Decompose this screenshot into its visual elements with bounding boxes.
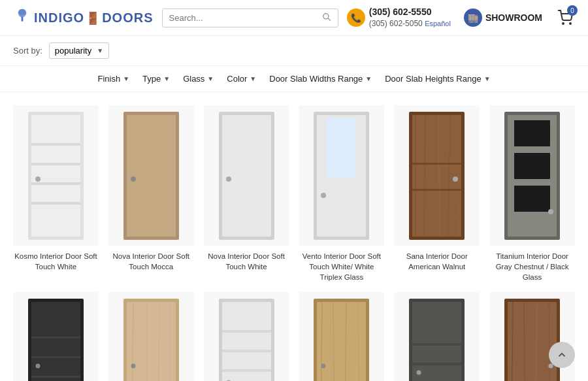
- product-name: Vento Interior Door Soft Touch White/ Wh…: [299, 251, 384, 282]
- filter-color-label: Color: [227, 74, 247, 84]
- door-image: [120, 297, 182, 381]
- phone-secondary: (305) 602-5050 Español: [369, 18, 451, 29]
- sort-chevron-icon: ▼: [97, 47, 103, 54]
- svg-rect-67: [412, 302, 461, 381]
- product-card[interactable]: Kosmo Interior Door Soft Touch White: [13, 105, 99, 282]
- header-right: 📞 (305) 602-5550 (305) 602-5050 Español …: [347, 6, 575, 29]
- svg-rect-9: [31, 143, 80, 146]
- product-card[interactable]: Vento Interior Door Soft Touch White/ Wh…: [299, 105, 384, 282]
- search-bar[interactable]: [162, 8, 338, 27]
- svg-rect-56: [222, 350, 271, 352]
- product-card[interactable]: [108, 292, 194, 381]
- phone-main[interactable]: (305) 602-5550: [369, 6, 451, 19]
- svg-rect-69: [412, 363, 461, 365]
- door-image: [501, 297, 563, 381]
- logo-indigo: INDIGO: [34, 10, 84, 25]
- showroom-label: SHOWROOM: [485, 12, 542, 23]
- door-image: [406, 110, 468, 241]
- product-card[interactable]: Titanium Interior Door Gray Chestnut / B…: [489, 105, 575, 282]
- filter-color-chevron: ▼: [250, 75, 256, 82]
- svg-rect-41: [31, 302, 80, 381]
- product-image-wrap: [204, 105, 289, 246]
- product-image-wrap: [489, 105, 575, 246]
- product-card[interactable]: Nova Interior Door Soft Touch Mocca: [108, 105, 194, 282]
- cart-icon[interactable]: 0: [555, 8, 575, 27]
- sort-value: popularity: [55, 46, 91, 56]
- filter-heights[interactable]: Door Slab Heights Range ▼: [385, 74, 490, 84]
- product-card[interactable]: [394, 292, 480, 381]
- filter-type-label: Type: [142, 74, 161, 84]
- logo[interactable]: INDIGO🚪DOORS: [13, 8, 153, 27]
- product-name: Nova Interior Door Soft Touch White: [204, 251, 289, 272]
- phone-secondary-number[interactable]: (305) 602-5050: [369, 19, 423, 28]
- door-image: [25, 297, 87, 381]
- svg-point-52: [131, 363, 135, 368]
- door-image: [310, 297, 372, 381]
- header: INDIGO🚪DOORS 📞 (305) 602-5550 (305) 602-…: [0, 0, 588, 36]
- filter-finish[interactable]: Finish ▼: [97, 74, 129, 84]
- product-image-wrap: [13, 105, 99, 246]
- product-name: Titanium Interior Door Gray Chestnut / B…: [489, 251, 575, 282]
- svg-rect-36: [514, 120, 550, 146]
- product-card[interactable]: [13, 292, 99, 381]
- phone-espanol[interactable]: Español: [425, 20, 451, 27]
- product-name: Kosmo Interior Door Soft Touch White: [13, 251, 99, 272]
- filter-color[interactable]: Color ▼: [227, 74, 256, 84]
- svg-point-2: [18, 9, 25, 16]
- door-image: [501, 110, 563, 241]
- filter-finish-chevron: ▼: [123, 75, 129, 82]
- phone-numbers: (305) 602-5550 (305) 602-5050 Español: [369, 6, 451, 29]
- product-image-wrap: [299, 105, 384, 246]
- svg-point-45: [35, 363, 40, 368]
- filter-glass-chevron: ▼: [207, 75, 214, 82]
- product-card[interactable]: [299, 292, 384, 381]
- svg-rect-31: [412, 163, 461, 165]
- logo-full-text: INDIGO🚪DOORS: [34, 10, 153, 25]
- svg-rect-47: [127, 302, 176, 381]
- product-image-wrap: [299, 292, 384, 381]
- svg-rect-1: [22, 17, 24, 22]
- svg-rect-68: [412, 343, 461, 346]
- filter-widths[interactable]: Door Slab Widths Range ▼: [269, 74, 372, 84]
- phone-block: 📞 (305) 602-5550 (305) 602-5050 Español: [347, 6, 451, 29]
- phone-icon: 📞: [347, 8, 365, 27]
- showroom-block[interactable]: 🏬 SHOWROOM: [464, 8, 542, 27]
- search-input[interactable]: [169, 13, 318, 23]
- svg-point-23: [321, 193, 326, 198]
- sort-select[interactable]: popularity ▼: [49, 42, 109, 59]
- svg-rect-38: [514, 186, 550, 212]
- filter-type[interactable]: Type ▼: [142, 74, 170, 84]
- svg-rect-57: [222, 369, 271, 372]
- filter-glass-label: Glass: [183, 74, 204, 84]
- svg-point-39: [548, 209, 553, 214]
- svg-point-5: [563, 23, 564, 24]
- filter-type-chevron: ▼: [163, 75, 170, 82]
- svg-rect-18: [222, 115, 271, 237]
- svg-point-33: [453, 176, 458, 182]
- scroll-to-top-button[interactable]: [549, 342, 575, 368]
- product-image-wrap: [394, 105, 480, 246]
- door-image: [216, 297, 278, 381]
- svg-point-19: [226, 176, 231, 182]
- svg-rect-37: [514, 153, 550, 179]
- logo-icon: [13, 8, 31, 27]
- svg-rect-32: [412, 189, 461, 191]
- svg-rect-25: [412, 115, 461, 237]
- svg-point-65: [321, 363, 326, 368]
- door-image: [216, 110, 278, 241]
- svg-rect-42: [31, 337, 80, 339]
- filter-heights-label: Door Slab Heights Range: [385, 74, 481, 84]
- svg-rect-44: [31, 376, 80, 378]
- svg-rect-10: [31, 163, 80, 165]
- logo-doors: DOORS: [102, 10, 153, 25]
- filter-heights-chevron: ▼: [484, 75, 491, 82]
- svg-point-16: [131, 176, 136, 182]
- cart-badge: 0: [567, 5, 578, 16]
- filter-widths-label: Door Slab Widths Range: [269, 74, 363, 84]
- product-card[interactable]: Nova Interior Door Soft Touch White: [204, 105, 289, 282]
- svg-rect-43: [31, 356, 80, 358]
- product-card[interactable]: Sana Interior Door American Walnut: [394, 105, 480, 282]
- product-card[interactable]: [204, 292, 289, 381]
- product-name: Nova Interior Door Soft Touch Mocca: [108, 251, 194, 272]
- filter-glass[interactable]: Glass ▼: [183, 74, 214, 84]
